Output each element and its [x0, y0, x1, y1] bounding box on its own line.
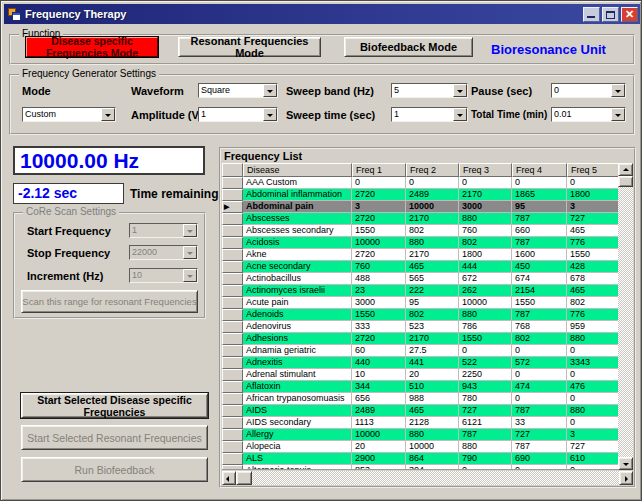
row-selector[interactable] [222, 453, 243, 465]
chevron-down-icon[interactable] [611, 84, 625, 97]
row-selector[interactable] [222, 273, 243, 285]
disease-cell[interactable]: African trypanosomuasis [243, 393, 352, 405]
biofeedback-mode-button[interactable]: Biofeedback Mode [344, 37, 473, 57]
freq-cell[interactable]: 2154 [512, 285, 567, 297]
freq-cell[interactable]: 474 [512, 381, 567, 393]
chevron-down-icon[interactable] [453, 108, 467, 121]
row-selector[interactable] [222, 297, 243, 309]
row-selector[interactable] [222, 177, 243, 189]
row-selector[interactable] [222, 357, 243, 369]
freq-cell[interactable]: 880 [459, 213, 512, 225]
scroll-left-button[interactable] [222, 471, 236, 485]
freq-cell[interactable]: 27.5 [406, 345, 459, 357]
freq-cell[interactable]: 776 [567, 309, 619, 321]
freq-cell[interactable]: 787 [512, 309, 567, 321]
freq-cell[interactable]: 2170 [459, 189, 512, 201]
freq-cell[interactable]: 2128 [406, 417, 459, 429]
disease-cell[interactable]: Adenovirus [243, 321, 352, 333]
freq-cell[interactable]: 776 [567, 237, 619, 249]
freq-cell[interactable]: 0 [512, 345, 567, 357]
freq-cell[interactable]: 943 [459, 381, 512, 393]
disease-cell[interactable]: Akne [243, 249, 352, 261]
freq-cell[interactable]: 786 [459, 321, 512, 333]
freq-cell[interactable]: 959 [567, 321, 619, 333]
freq-cell[interactable]: 1800 [459, 249, 512, 261]
freq-cell[interactable]: 610 [567, 453, 619, 465]
freq-cell[interactable]: 880 [459, 309, 512, 321]
freq-cell[interactable]: 802 [567, 297, 619, 309]
table-row[interactable]: AAA Custom00000 [222, 177, 619, 189]
row-selector[interactable] [222, 225, 243, 237]
freq-cell[interactable]: 465 [406, 261, 459, 273]
table-row[interactable]: Allergy100008807877273 [222, 429, 619, 441]
column-header-disease[interactable]: Disease [243, 163, 352, 177]
table-row[interactable]: ▶Abdominal pain3100003000953 [222, 201, 619, 213]
freq-cell[interactable]: 3000 [352, 297, 406, 309]
freq-cell[interactable]: 2720 [352, 333, 406, 345]
row-selector[interactable] [222, 429, 243, 441]
freq-cell[interactable]: 768 [512, 321, 567, 333]
freq-cell[interactable]: 0 [406, 177, 459, 189]
disease-cell[interactable]: AIDS [243, 405, 352, 417]
row-selector[interactable] [222, 417, 243, 429]
table-row[interactable]: Alopecia2010000880787727 [222, 441, 619, 453]
freq-cell[interactable]: 0 [512, 465, 567, 470]
freq-cell[interactable]: 10000 [352, 237, 406, 249]
freq-cell[interactable]: 1113 [352, 417, 406, 429]
amplitude-select[interactable]: 1 [198, 107, 278, 122]
freq-cell[interactable]: 880 [567, 405, 619, 417]
table-row[interactable]: Abscesses27202170880787727 [222, 213, 619, 225]
close-button[interactable]: ✕ [621, 7, 638, 22]
chevron-down-icon[interactable] [263, 84, 277, 97]
row-selector[interactable] [222, 333, 243, 345]
row-selector[interactable] [222, 261, 243, 273]
start-disease-frequencies-button[interactable]: Start Selected Disease specific Frequenc… [21, 393, 208, 418]
disease-cell[interactable]: Acne secondary [243, 261, 352, 273]
freq-cell[interactable]: 565 [406, 273, 459, 285]
freq-cell[interactable]: 20 [352, 441, 406, 453]
freq-cell[interactable]: 6121 [459, 417, 512, 429]
scroll-up-button[interactable] [618, 163, 633, 176]
freq-cell[interactable]: 33 [512, 417, 567, 429]
freq-cell[interactable]: 1550 [352, 309, 406, 321]
pause-select[interactable]: 0 [551, 83, 626, 98]
table-row[interactable]: Acidosis10000880802787776 [222, 237, 619, 249]
table-row[interactable]: Adnamia geriatric6027.5000 [222, 345, 619, 357]
freq-cell[interactable]: 787 [512, 213, 567, 225]
row-selector[interactable] [222, 405, 243, 417]
freq-cell[interactable]: 304 [406, 465, 459, 470]
freq-cell[interactable]: 727 [567, 441, 619, 453]
selected-row-marker[interactable]: ▶ [222, 201, 243, 213]
resonant-mode-button[interactable]: Resonant Frequencies Mode [178, 37, 321, 57]
freq-cell[interactable]: 802 [406, 225, 459, 237]
freq-cell[interactable]: 0 [567, 465, 619, 470]
freq-cell[interactable]: 3343 [567, 357, 619, 369]
freq-cell[interactable]: 1550 [567, 249, 619, 261]
freq-cell[interactable]: 440 [352, 357, 406, 369]
freq-cell[interactable]: 1550 [352, 225, 406, 237]
table-row[interactable]: Abdominal inflammation272024892170186518… [222, 189, 619, 201]
row-selector[interactable] [222, 285, 243, 297]
freq-cell[interactable]: 441 [406, 357, 459, 369]
freq-cell[interactable]: 3000 [459, 201, 512, 213]
freq-cell[interactable]: 0 [459, 177, 512, 189]
disease-cell[interactable]: Actinobacillus [243, 273, 352, 285]
freq-cell[interactable]: 10000 [406, 201, 459, 213]
table-row[interactable]: Akne27202170180016001550 [222, 249, 619, 261]
table-row[interactable]: Alternaria tenuis853304000 [222, 465, 619, 470]
freq-cell[interactable]: 2170 [406, 213, 459, 225]
total-time-select[interactable]: 0.01 [551, 107, 626, 122]
table-row[interactable]: Adenovirus333523786768959 [222, 321, 619, 333]
freq-cell[interactable]: 880 [567, 333, 619, 345]
freq-cell[interactable]: 95 [406, 297, 459, 309]
freq-cell[interactable]: 1550 [512, 297, 567, 309]
chevron-down-icon[interactable] [101, 108, 115, 121]
freq-cell[interactable]: 674 [512, 273, 567, 285]
row-selector[interactable] [222, 381, 243, 393]
table-row[interactable]: AIDS2489465727787880 [222, 405, 619, 417]
freq-cell[interactable]: 2900 [352, 453, 406, 465]
row-selector[interactable] [222, 249, 243, 261]
chevron-down-icon[interactable] [611, 108, 625, 121]
disease-cell[interactable]: AIDS secondary [243, 417, 352, 429]
disease-cell[interactable]: Abdominal inflammation [243, 189, 352, 201]
